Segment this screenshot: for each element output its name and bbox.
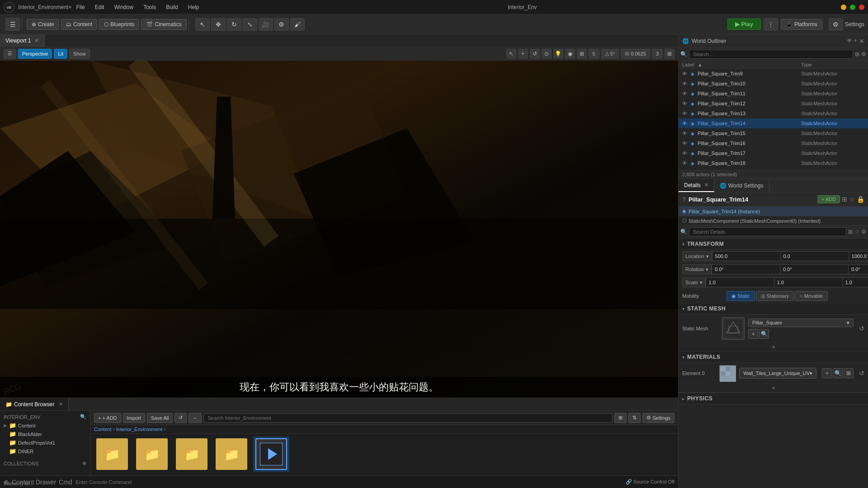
minimize-button[interactable]: [841, 5, 846, 10]
table-row[interactable]: 👁 ◈ Pillar_Square_Trim13 StaticMeshActor: [679, 108, 868, 118]
scale-display[interactable]: ◎0.0625: [621, 49, 650, 59]
perspective-btn[interactable]: Perspective: [18, 49, 52, 59]
cb-path-env[interactable]: Interior_Environment: [116, 427, 162, 432]
show-btn[interactable]: Show: [69, 49, 90, 59]
table-row[interactable]: 👁 ◈ Pillar_Square_Trim12 StaticMeshActor: [679, 99, 868, 108]
cb-save-button[interactable]: Save All: [147, 413, 173, 423]
table-row[interactable]: 👁 ◈ Pillar_Square_Trim15 StaticMeshActor: [679, 128, 868, 138]
materials-section-header[interactable]: ▾ MATERIALS: [679, 352, 868, 363]
grid-size-display[interactable]: 5: [589, 49, 599, 59]
grid-icon[interactable]: ⊞: [577, 49, 587, 59]
menu-tools[interactable]: Tools: [139, 2, 160, 12]
cb-blackalder-item[interactable]: 📁 BlackAlder: [0, 430, 90, 438]
outliner-search-input[interactable]: [689, 50, 853, 59]
cb-add-button[interactable]: + + ADD: [94, 413, 121, 423]
scale-z-input[interactable]: [843, 277, 868, 287]
paint-tool[interactable]: 🖌: [290, 18, 305, 31]
rotation-label[interactable]: Rotation: [682, 264, 712, 274]
table-row[interactable]: 👁 ◈ Pillar_Square_Trim9 StaticMeshActor: [679, 69, 868, 79]
visibility-icon[interactable]: 👁: [682, 111, 689, 116]
table-row[interactable]: 👁 ◈ Pillar_Square_Trim16 StaticMeshActor: [679, 138, 868, 148]
tab-details[interactable]: Details ✕: [679, 179, 714, 192]
lit-btn[interactable]: Lit: [54, 49, 67, 59]
physics-section-header[interactable]: ▸ PHYSICS: [679, 393, 868, 404]
camera-icon[interactable]: ⊙: [542, 49, 552, 59]
outliner-view-options[interactable]: ⊞: [855, 51, 859, 57]
table-row[interactable]: 👁 ◈ Pillar_Square_Trim14 StaticMeshActor: [679, 118, 868, 128]
viewport-tab-close[interactable]: ✕: [34, 38, 39, 44]
details-settings[interactable]: ⚙: [861, 229, 866, 235]
visibility-icon[interactable]: 👁: [682, 81, 689, 86]
close-button[interactable]: [859, 5, 864, 10]
static-mobility-button[interactable]: ◉ Static: [726, 291, 755, 301]
scale-y-input[interactable]: [774, 277, 843, 287]
instance-row[interactable]: ◈ Pillar_Square_Trim14 (Instance): [679, 206, 868, 216]
visibility-icon[interactable]: 👁: [682, 160, 689, 166]
cb-back-button[interactable]: ←: [189, 413, 202, 423]
details-star-filter[interactable]: ☆: [854, 229, 859, 235]
menu-build[interactable]: Build: [161, 2, 183, 12]
visibility-icon[interactable]: 👁: [682, 101, 689, 106]
transform-section-header[interactable]: ▾ TRANSFORM: [679, 239, 868, 250]
sm-zoom-button[interactable]: ⌖: [748, 329, 758, 339]
cb-item-1[interactable]: 📁: [134, 436, 170, 472]
maximize-button[interactable]: [850, 5, 855, 10]
source-control-icon[interactable]: 🔗 Source Control Off: [626, 479, 675, 485]
sm-search-button[interactable]: 🔍: [759, 329, 769, 339]
content-button[interactable]: 🗂 Content: [61, 19, 97, 30]
number-display[interactable]: 3: [652, 49, 663, 59]
play-options[interactable]: ⋮: [764, 18, 778, 31]
component-row[interactable]: ⬡ StaticMeshComponent (StaticMeshCompone…: [679, 216, 868, 225]
hamburger-btn[interactable]: ☰: [4, 49, 16, 59]
location-label[interactable]: Location: [682, 251, 712, 261]
search-icon-cb[interactable]: 🔍: [80, 414, 86, 420]
mat-reset-button[interactable]: ↺: [859, 370, 864, 377]
details-view-options[interactable]: ⊞: [848, 229, 853, 235]
cb-item-2[interactable]: 📁: [174, 436, 210, 472]
settings-icon[interactable]: ⚙: [829, 18, 843, 31]
platforms-button[interactable]: 📱 Platforms: [781, 19, 822, 30]
cb-item-0[interactable]: 📁: [94, 436, 130, 472]
plus-icon[interactable]: +: [518, 49, 528, 59]
rotation-z-input[interactable]: [849, 264, 868, 274]
material-dropdown[interactable]: Wall_Tiles_Large_Unique_UV ▾: [739, 368, 816, 379]
menu-help[interactable]: Help: [184, 2, 204, 12]
table-row[interactable]: 👁 ◈ Pillar_Square_Trim10 StaticMeshActor: [679, 79, 868, 89]
location-z-input[interactable]: [849, 251, 868, 261]
visibility-icon[interactable]: 👁: [682, 150, 689, 156]
outliner-close[interactable]: ✕: [859, 38, 864, 45]
stationary-mobility-button[interactable]: ◎ Stationary: [756, 291, 794, 301]
vr-icon[interactable]: ◉: [565, 49, 575, 59]
cb-settings-button[interactable]: ⚙ Settings: [642, 413, 675, 423]
cinematics-button[interactable]: 🎬 Cinematics: [141, 19, 186, 30]
visibility-icon[interactable]: 👁: [682, 131, 689, 136]
rotate-tool[interactable]: ↻: [227, 18, 241, 31]
select-tool[interactable]: ↖: [195, 18, 210, 31]
star-icon[interactable]: ☆: [849, 196, 855, 203]
static-mesh-section-header[interactable]: ▾ STATIC MESH: [679, 303, 868, 314]
table-row[interactable]: 👁 ◈ Pillar_Square_Trim18 StaticMeshActor: [679, 158, 868, 168]
viewport-tab-1[interactable]: Viewport 1 ✕: [0, 34, 45, 47]
add-collection-icon[interactable]: ⊕: [82, 460, 86, 466]
add-component-button[interactable]: + ADD: [817, 195, 840, 203]
movable-mobility-button[interactable]: ○ Movable: [795, 291, 828, 301]
cursor-icon[interactable]: ↖: [506, 49, 516, 59]
location-x-input[interactable]: [712, 251, 781, 261]
static-mesh-expand[interactable]: ▾: [679, 343, 868, 352]
table-row[interactable]: 👁 ◈ Pillar_Square_Trim11 StaticMeshActor: [679, 89, 868, 99]
light-icon[interactable]: 💡: [553, 49, 563, 59]
cb-sort-button[interactable]: ⇅: [628, 413, 641, 423]
cb-tab-close[interactable]: ✕: [59, 401, 63, 407]
rotation-x-input[interactable]: [712, 264, 780, 274]
cb-item-3[interactable]: 📁: [213, 436, 250, 472]
layout-icon[interactable]: ⊞: [665, 49, 675, 59]
static-mesh-dropdown[interactable]: Pillar_Square ▾: [748, 319, 854, 327]
camera-speed[interactable]: 🎥: [259, 18, 273, 31]
visibility-icon[interactable]: 👁: [682, 91, 689, 96]
details-tab-close[interactable]: ✕: [704, 182, 708, 188]
build-icon[interactable]: ⚙: [274, 18, 289, 31]
location-y-input[interactable]: [781, 251, 849, 261]
content-browser-tab[interactable]: 📁 Content Browser ✕: [0, 398, 69, 410]
details-search-input[interactable]: [689, 227, 846, 236]
cb-import-button[interactable]: Import: [123, 413, 145, 423]
